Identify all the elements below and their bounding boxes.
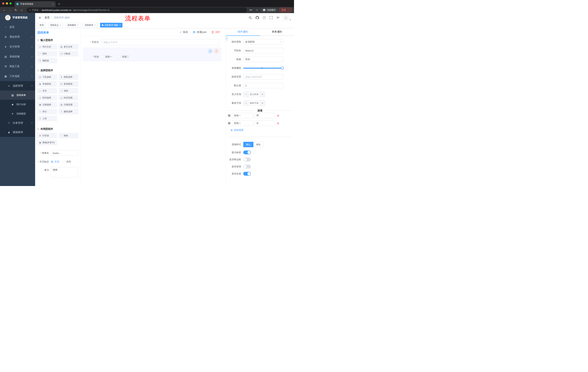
component-item[interactable]: ▦表格[开发中] <box>37 140 57 145</box>
close-tab-icon[interactable]: × <box>52 3 54 5</box>
maximize-window-button[interactable] <box>10 2 12 5</box>
style-button-button[interactable]: 按钮 <box>253 142 263 147</box>
required-toggle[interactable] <box>243 172 251 176</box>
component-item[interactable]: 123计数器 <box>59 51 78 56</box>
close-window-button[interactable] <box>2 2 4 5</box>
browser-update-button[interactable]: 更新 ⋮ <box>279 8 292 12</box>
min-select-input[interactable] <box>249 92 260 97</box>
disabled-toggle[interactable] <box>243 165 251 169</box>
search-icon[interactable] <box>248 16 252 20</box>
style-default-button[interactable]: 默认 <box>243 142 253 147</box>
default-value-input[interactable] <box>243 83 283 88</box>
link-icon[interactable] <box>226 37 228 41</box>
component-item[interactable]: ⋔级联选择 <box>59 74 78 80</box>
status-off-radio[interactable]: 关闭 <box>63 160 71 163</box>
drag-handle-icon[interactable] <box>228 122 231 125</box>
component-item[interactable]: ◶时间范围 <box>59 95 78 100</box>
component-item[interactable]: ◐开关 <box>37 88 57 94</box>
tag-process-form-edit[interactable]: 流程表单-编辑 × <box>100 23 122 28</box>
component-item[interactable]: ▦日期选择 <box>37 102 57 107</box>
component-item[interactable]: ☆评分 <box>37 109 57 114</box>
sidebar-item-process-form[interactable]: ▤ 流程表单 <box>0 90 35 100</box>
component-type-select[interactable]: 多选框组 ▾ <box>243 39 283 45</box>
slider-track[interactable] <box>243 68 283 69</box>
component-item[interactable]: ◉单选框组 <box>37 81 57 87</box>
gender-option-2-checkbox[interactable]: 选项二 <box>118 55 129 58</box>
minus-button[interactable]: − <box>243 92 249 97</box>
plus-button[interactable]: + <box>260 100 265 106</box>
close-icon[interactable]: × <box>60 24 61 26</box>
border-toggle[interactable] <box>243 158 251 161</box>
sidebar-item-user-group[interactable]: ☻ 用户分组 <box>0 100 35 109</box>
close-icon[interactable]: × <box>119 24 121 26</box>
option-value-input[interactable] <box>254 113 274 118</box>
field-name-input[interactable] <box>243 48 283 53</box>
tag-process-definition[interactable]: 流程定义 × <box>48 23 63 28</box>
back-icon[interactable]: ← <box>2 8 7 12</box>
canvas-field-phone[interactable]: 手机号 <box>83 39 223 45</box>
minus-button[interactable]: − <box>243 100 249 106</box>
sidebar-item-infra[interactable]: ▤ 基础设施 ∨ <box>0 52 35 62</box>
sidebar-item-task-mgmt[interactable]: ⚐ 任务管理 ∨ <box>0 118 35 128</box>
form-name-input[interactable] <box>51 150 78 156</box>
save-button[interactable]: ✓ 保存 <box>179 31 188 34</box>
phone-input[interactable] <box>101 39 219 45</box>
browser-tab[interactable]: 芋道管理系统 × <box>15 1 55 7</box>
bookmark-star-icon[interactable]: ☆ <box>255 8 259 12</box>
component-item[interactable]: ☝按钮 <box>59 133 78 138</box>
drag-handle-icon[interactable] <box>228 114 231 117</box>
component-item[interactable]: ◑颜色选择 <box>59 109 78 114</box>
new-tab-button[interactable]: + <box>58 2 60 6</box>
component-item[interactable]: ↥上传 <box>37 116 57 121</box>
component-item[interactable]: *密码 <box>37 51 57 56</box>
clear-button[interactable]: 清空 <box>211 31 220 34</box>
remove-option-icon[interactable]: ⊖ <box>277 122 279 125</box>
remove-option-icon[interactable]: ⊖ <box>277 114 279 117</box>
option-label-input[interactable] <box>232 120 253 126</box>
component-item[interactable]: ◷时间选择 <box>37 95 57 100</box>
sidebar-item-leave-query[interactable]: ♟ 请假查询 <box>0 128 35 137</box>
add-option-button[interactable]: ⊕ 添加选项 <box>231 128 294 132</box>
tab-component-props[interactable]: 组件属性 <box>226 28 260 35</box>
forward-icon[interactable]: → <box>8 8 12 12</box>
user-menu[interactable]: ▾ <box>283 15 291 21</box>
tag-process-model[interactable]: 流程模型 × <box>65 23 80 28</box>
hamburger-icon[interactable]: ≡ <box>38 16 42 20</box>
minimize-window-button[interactable] <box>6 2 8 5</box>
fullscreen-icon[interactable] <box>269 16 273 20</box>
option-label-input[interactable] <box>232 113 253 118</box>
sidebar-item-workflow[interactable]: ▦ 工作流程 ∧ <box>0 71 35 81</box>
tab-form-props[interactable]: 表单属性 <box>260 28 294 35</box>
tag-process-form[interactable]: 流程表单 × <box>83 23 97 28</box>
font-size-icon[interactable]: TT <box>276 16 280 20</box>
component-item[interactable]: ⊸滑块 <box>59 88 78 94</box>
home-icon[interactable]: ⌂ <box>19 8 24 12</box>
reload-icon[interactable]: ↻ <box>13 8 18 12</box>
sidebar-item-system[interactable]: ⚙ 系统管理 ∨ <box>0 32 35 42</box>
sidebar-item-payment[interactable]: ¥ 支付管理 ∨ <box>0 42 35 52</box>
max-select-input[interactable] <box>249 100 260 106</box>
tag-home[interactable]: 首页 <box>38 23 46 28</box>
canvas-field-gender-selected[interactable]: 性别 选项一 选项二 <box>83 47 221 61</box>
sidebar-item-process-mgmt[interactable]: ≡ 流程管理 ∧ <box>0 81 35 90</box>
breadcrumb-home[interactable]: 首页 <box>45 16 50 19</box>
plus-button[interactable]: + <box>260 92 265 97</box>
close-icon[interactable]: × <box>94 24 96 26</box>
title-input[interactable] <box>243 57 283 62</box>
component-item[interactable]: ☑多选框组 <box>59 81 78 87</box>
form-grid-slider[interactable] <box>243 65 283 71</box>
show-label-toggle[interactable] <box>243 150 251 154</box>
sidebar-item-process-model[interactable]: ✈ 流程模型 <box>0 109 35 118</box>
address-bar[interactable]: ⚠ 不安全 dashboard.yudao.iocoder.cn /bpm/ma… <box>27 8 247 12</box>
password-key-icon[interactable] <box>249 9 254 11</box>
close-icon[interactable]: × <box>77 24 78 26</box>
remark-textarea[interactable]: 嘿嘿 <box>51 167 78 177</box>
component-item[interactable]: ▥日期范围 <box>59 102 78 107</box>
status-on-radio[interactable]: 开启 <box>51 160 59 163</box>
component-item[interactable]: ✎编辑器 <box>37 58 57 63</box>
label-width-input[interactable] <box>243 74 283 80</box>
component-item[interactable]: ▤多行文本 <box>59 44 78 50</box>
security-chip[interactable]: ⚠ 不安全 <box>29 9 39 12</box>
copy-item-button[interactable] <box>208 49 212 53</box>
component-item[interactable]: ◎下拉选择 <box>37 74 57 80</box>
